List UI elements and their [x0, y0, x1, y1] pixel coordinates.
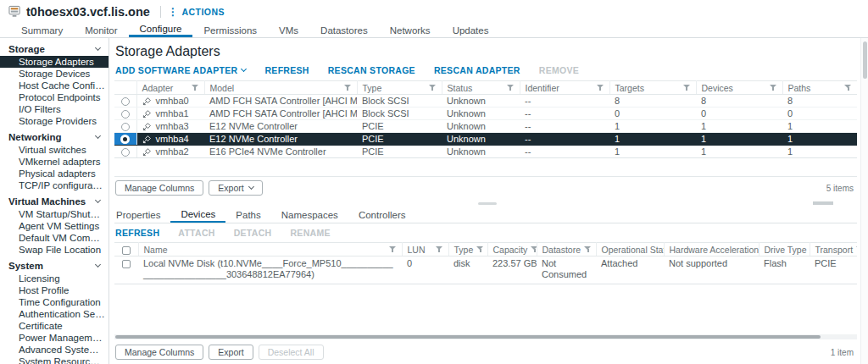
manage-columns-button[interactable]: Manage Columns: [115, 180, 203, 196]
row-select-radio[interactable]: [121, 97, 130, 106]
sidebar-item-licensing[interactable]: Licensing: [0, 273, 108, 284]
filter-icon[interactable]: [344, 84, 352, 91]
adapter-model: AMD FCH SATA Controller [AHCI Mode]: [204, 108, 357, 120]
sidebar-section-storage[interactable]: Storage: [0, 42, 108, 56]
vertical-scrollbar-thumb[interactable]: [863, 41, 867, 79]
panel-splitter[interactable]: [114, 200, 857, 207]
sidebar-item-time-configuration[interactable]: Time Configuration: [0, 296, 108, 308]
refresh-devices-button[interactable]: REFRESH: [115, 228, 159, 238]
sidebar-item-swap-file-location[interactable]: Swap File Location: [0, 244, 108, 256]
sidebar-item-host-cache-configuration[interactable]: Host Cache Configuration: [0, 80, 108, 91]
filter-icon[interactable]: [507, 84, 515, 91]
items-count: 5 items: [826, 184, 855, 193]
export-button[interactable]: Export: [209, 345, 253, 360]
filter-icon[interactable]: [844, 84, 852, 91]
tab-permissions[interactable]: Permissions: [192, 23, 268, 37]
adapter-details-panel: Properties Devices Paths Namespaces Cont…: [114, 207, 857, 364]
adapter-model: E12 NVMe Controller: [204, 120, 357, 133]
filter-icon[interactable]: [436, 245, 443, 253]
tab-summary[interactable]: Summary: [10, 23, 74, 37]
tab-networks[interactable]: Networks: [379, 23, 442, 37]
sidebar-section-system[interactable]: System: [0, 259, 108, 273]
adapter-row-vmhba4-selected[interactable]: vmhba4 E12 NVMe Controller PCIE Unknown …: [114, 133, 857, 146]
add-software-adapter-button[interactable]: ADD SOFTWARE ADAPTER: [115, 65, 246, 75]
filter-icon[interactable]: [531, 245, 537, 253]
tab-properties[interactable]: Properties: [114, 207, 170, 223]
sidebar-section-networking[interactable]: Networking: [0, 130, 108, 144]
tab-paths[interactable]: Paths: [225, 207, 270, 223]
refresh-button[interactable]: REFRESH: [264, 65, 309, 75]
vertical-scrollbar[interactable]: [860, 38, 868, 364]
tab-controllers[interactable]: Controllers: [348, 207, 416, 223]
filter-icon[interactable]: [597, 84, 604, 91]
column-header-lun: LUN: [408, 245, 426, 255]
sidebar-item-certificate[interactable]: Certificate: [0, 320, 108, 332]
sidebar-item-storage-providers[interactable]: Storage Providers: [0, 115, 108, 127]
sidebar-item-physical-adapters[interactable]: Physical adapters: [0, 168, 108, 179]
sidebar-section-virtual-machines[interactable]: Virtual Machines: [0, 195, 108, 208]
column-header-transport: Transport: [815, 245, 854, 255]
horizontal-scrollbar[interactable]: [114, 334, 857, 339]
tab-vms[interactable]: VMs: [268, 23, 309, 37]
filter-icon[interactable]: [770, 84, 777, 91]
select-all-checkbox[interactable]: [122, 246, 131, 255]
detail-tab-bar: Properties Devices Paths Namespaces Cont…: [114, 207, 857, 223]
tab-namespaces[interactable]: Namespaces: [271, 207, 348, 223]
sidebar-item-protocol-endpoints[interactable]: Protocol Endpoints: [0, 91, 108, 103]
filter-icon[interactable]: [192, 84, 199, 91]
rescan-adapter-button[interactable]: RESCAN ADAPTER: [434, 65, 520, 75]
horizontal-scrollbar-thumb[interactable]: [813, 201, 833, 205]
device-row-local-nvme-disk[interactable]: Local NVMe Disk (t10.NVMe____Force_MP510…: [114, 256, 857, 284]
actions-button[interactable]: ⋮ ACTIONS: [168, 7, 225, 17]
sidebar-item-host-profile[interactable]: Host Profile: [0, 284, 108, 296]
row-select-radio[interactable]: [121, 148, 130, 157]
sidebar-item-advanced-system-settings[interactable]: Advanced System Settings: [0, 344, 108, 356]
row-select-radio[interactable]: [121, 123, 130, 131]
sidebar-item-virtual-switches[interactable]: Virtual switches: [0, 144, 108, 156]
sidebar-item-vm-startup-shutdown[interactable]: VM Startup/Shutdown: [0, 208, 108, 220]
filter-icon[interactable]: [683, 84, 691, 91]
filter-icon[interactable]: [584, 245, 592, 253]
sidebar-item-system-resource-reservation[interactable]: System Resource Reservati..: [0, 356, 108, 364]
splitter-handle[interactable]: [478, 202, 497, 205]
row-select-radio[interactable]: [121, 110, 130, 119]
tab-devices[interactable]: Devices: [170, 207, 225, 223]
adapter-row-vmhba3[interactable]: vmhba3 E12 NVMe Controller PCIE Unknown …: [114, 120, 857, 133]
sidebar-item-storage-devices[interactable]: Storage Devices: [0, 68, 108, 80]
export-button[interactable]: Export: [209, 180, 262, 196]
sidebar-item-io-filters[interactable]: I/O Filters: [0, 103, 108, 115]
tab-updates[interactable]: Updates: [442, 23, 500, 37]
filter-icon[interactable]: [389, 245, 397, 253]
sidebar-item-agent-vm-settings[interactable]: Agent VM Settings: [0, 220, 108, 232]
sidebar-item-storage-adapters[interactable]: Storage Adapters: [0, 56, 108, 68]
storage-adapter-icon: [142, 97, 152, 106]
sidebar-item-default-vm-compatibility[interactable]: Default VM Compatibility: [0, 232, 108, 244]
adapter-status: Unknown: [442, 133, 520, 146]
adapter-targets: 0: [609, 108, 696, 120]
column-header-adapter: Adapter: [142, 83, 174, 93]
adapter-row-vmhba1[interactable]: vmhba1 AMD FCH SATA Controller [AHCI Mod…: [114, 108, 857, 120]
rescan-storage-button[interactable]: RESCAN STORAGE: [328, 65, 415, 75]
adapter-row-vmhba0[interactable]: vmhba0 AMD FCH SATA Controller [AHCI Mod…: [114, 95, 857, 108]
tab-datastores[interactable]: Datastores: [309, 23, 379, 37]
adapter-targets: 1: [609, 120, 696, 133]
grid-empty-space: [114, 284, 857, 334]
adapter-identifier: --: [520, 146, 609, 158]
filter-icon[interactable]: [856, 245, 857, 253]
chevron-down-icon: [95, 133, 101, 139]
sidebar-item-power-management[interactable]: Power Management: [0, 332, 108, 344]
sidebar-item-vmkernel-adapters[interactable]: VMkernel adapters: [0, 156, 108, 168]
sidebar-item-authentication-services[interactable]: Authentication Services: [0, 308, 108, 320]
sidebar-item-tcpip-configuration[interactable]: TCP/IP configuration: [0, 179, 108, 191]
horizontal-scrollbar-thumb[interactable]: [115, 335, 821, 339]
adapter-row-vmhba2[interactable]: vmhba2 E16 PCIe4 NVMe Controller PCIE Un…: [114, 146, 857, 158]
tab-configure[interactable]: Configure: [129, 23, 193, 37]
row-checkbox[interactable]: [122, 260, 131, 268]
tab-monitor[interactable]: Monitor: [74, 23, 128, 37]
row-select-radio-checked[interactable]: [120, 135, 130, 144]
manage-columns-button[interactable]: Manage Columns: [115, 345, 203, 360]
filter-icon[interactable]: [476, 245, 484, 253]
device-capacity: 223.57 GB: [487, 256, 537, 284]
adapter-status: Unknown: [442, 108, 520, 120]
filter-icon[interactable]: [429, 84, 437, 91]
